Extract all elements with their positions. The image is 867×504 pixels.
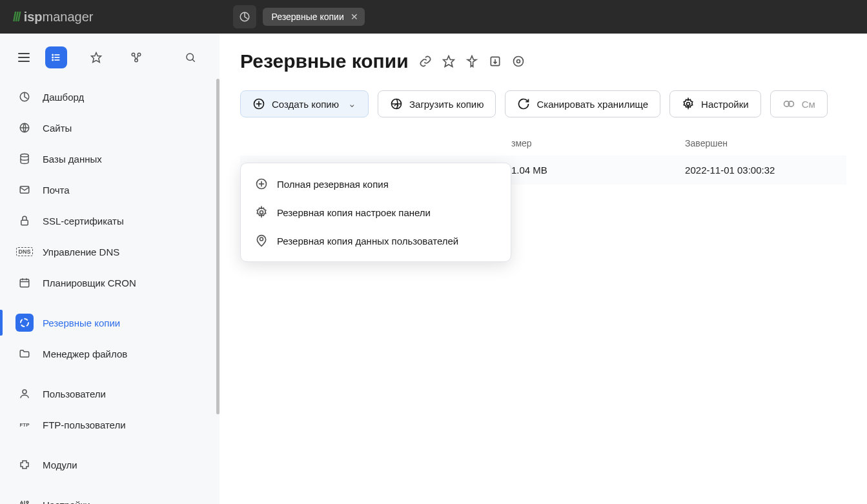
button-label: Создать копию xyxy=(272,99,339,110)
svg-point-10 xyxy=(135,59,138,62)
puzzle-icon xyxy=(15,456,34,474)
create-backup-button[interactable]: Создать копию ⌄ xyxy=(240,90,369,117)
svg-marker-32 xyxy=(443,56,454,67)
create-backup-dropdown: Полная резервная копия Резервная копия н… xyxy=(240,163,511,262)
topbar-right: Резервные копии ✕ xyxy=(233,5,365,28)
sidebar-item-label: Настройки xyxy=(43,499,90,505)
sidebar-item-backups[interactable]: Резервные копии xyxy=(0,307,219,338)
mail-icon xyxy=(15,181,34,199)
svg-point-15 xyxy=(21,154,28,157)
sidebar-item-ssl[interactable]: SSL-сертификаты xyxy=(0,205,219,236)
scan-storage-button[interactable]: Сканировать хранилище xyxy=(505,90,660,117)
upload-backup-button[interactable]: Загрузить копию xyxy=(378,90,496,117)
chevron-down-icon: ⌄ xyxy=(348,98,356,110)
dropdown-item-panel[interactable]: Резервная копия настроек панели xyxy=(241,198,511,227)
col-size[interactable]: змер xyxy=(511,138,685,148)
sidebar-item-users[interactable]: Пользователи xyxy=(0,378,219,409)
svg-point-22 xyxy=(21,319,28,327)
db-icon xyxy=(15,150,34,168)
cell-size: 1.04 MB xyxy=(511,165,685,176)
svg-line-12 xyxy=(192,59,195,62)
sidebar-item-modules[interactable]: Модули xyxy=(0,449,219,480)
loop-icon xyxy=(15,314,34,332)
sidebar-top xyxy=(0,46,219,81)
page-header: Резервные копии xyxy=(240,50,846,72)
sidebar-item-filemanager[interactable]: Менеджер файлов xyxy=(0,338,219,369)
sidebar-item-label: Модули xyxy=(43,459,77,470)
plus-icon xyxy=(255,177,268,190)
svg-point-47 xyxy=(260,237,263,241)
svg-point-40 xyxy=(687,103,690,106)
svg-rect-18 xyxy=(20,279,29,287)
list-view-icon[interactable] xyxy=(45,46,67,68)
view-button[interactable]: См xyxy=(770,90,828,117)
sidebar-item-mail[interactable]: Почта xyxy=(0,174,219,205)
sidebar-item-label: Менеджер файлов xyxy=(43,348,127,359)
sidebar: Дашборд Сайты Базы данных Почта SSL-серт… xyxy=(0,34,219,504)
svg-marker-7 xyxy=(92,53,101,63)
sidebar-item-label: Базы данных xyxy=(43,154,102,165)
sidebar-item-label: Почта xyxy=(43,185,70,196)
svg-rect-17 xyxy=(21,220,28,225)
svg-point-4 xyxy=(52,54,53,55)
button-label: См xyxy=(802,99,815,110)
page-title: Резервные копии xyxy=(240,50,409,72)
close-icon[interactable]: ✕ xyxy=(351,12,358,22)
sidebar-item-dns[interactable]: DNSУправление DNS xyxy=(0,236,219,267)
chevron-down-icon: ⌄ xyxy=(196,499,204,504)
link-icon[interactable] xyxy=(419,55,432,68)
sidebar-item-cron[interactable]: Планировщик CRON xyxy=(0,267,219,298)
logo-light: manager xyxy=(43,10,94,24)
sidebar-item-databases[interactable]: Базы данных xyxy=(0,143,219,174)
ftp-icon: FTP xyxy=(15,416,34,434)
svg-point-5 xyxy=(52,57,53,57)
export-icon[interactable] xyxy=(489,55,502,68)
logo-bold: isp xyxy=(24,10,43,24)
toolbar: Создать копию ⌄ Загрузить копию Сканиров… xyxy=(240,90,846,117)
folder-icon xyxy=(15,345,34,363)
settings-button[interactable]: Настройки xyxy=(669,90,761,117)
logo: /// ispmanager xyxy=(13,10,94,25)
svg-point-46 xyxy=(260,211,263,214)
sidebar-item-settings[interactable]: Настройки⌄ xyxy=(0,489,219,504)
sidebar-item-label: Сайты xyxy=(43,123,72,134)
col-done[interactable]: Завершен xyxy=(685,138,846,148)
star-icon[interactable] xyxy=(442,55,455,68)
main: Резервные копии Создать копию ⌄ Загрузит… xyxy=(219,34,867,504)
button-label: Настройки xyxy=(701,99,749,110)
hamburger-icon[interactable] xyxy=(18,53,30,62)
sidebar-item-sites[interactable]: Сайты xyxy=(0,112,219,143)
logo-slashes: /// xyxy=(13,10,20,25)
sidebar-item-ftp[interactable]: FTPFTP-пользователи xyxy=(0,409,219,440)
tab-label: Резервные копии xyxy=(272,12,344,22)
user-location-icon xyxy=(255,234,268,247)
tree-icon[interactable] xyxy=(125,46,147,68)
dropdown-item-full[interactable]: Полная резервная копия xyxy=(241,170,511,198)
header-actions xyxy=(419,55,525,68)
svg-point-23 xyxy=(23,390,26,394)
sidebar-item-label: FTP-пользователи xyxy=(43,419,126,430)
calendar-icon xyxy=(15,274,34,292)
pie-icon xyxy=(15,88,34,106)
gear-icon xyxy=(255,206,268,219)
svg-point-35 xyxy=(513,57,523,66)
sidebar-item-label: Резервные копии xyxy=(43,318,120,328)
user-icon xyxy=(15,385,34,403)
pin-icon[interactable] xyxy=(465,55,478,68)
search-icon[interactable] xyxy=(179,46,201,68)
sidebar-item-label: Пользователи xyxy=(43,388,106,399)
dropdown-item-userdata[interactable]: Резервная копия данных пользователей xyxy=(241,227,511,255)
svg-point-11 xyxy=(187,54,194,61)
sidebar-item-label: Управление DNS xyxy=(43,247,119,257)
dropdown-item-label: Резервная копия настроек панели xyxy=(277,207,431,218)
sidebar-item-label: Планировщик CRON xyxy=(43,277,136,288)
dns-icon: DNS xyxy=(15,243,34,261)
sidebar-item-dashboard[interactable]: Дашборд xyxy=(0,81,219,112)
svg-point-6 xyxy=(52,59,53,60)
button-label: Загрузить копию xyxy=(409,99,484,110)
star-icon[interactable] xyxy=(85,46,107,68)
dashboard-icon[interactable] xyxy=(233,5,256,28)
tab-backups[interactable]: Резервные копии ✕ xyxy=(263,8,365,26)
lock-icon xyxy=(15,212,34,230)
gear-icon[interactable] xyxy=(512,55,525,68)
